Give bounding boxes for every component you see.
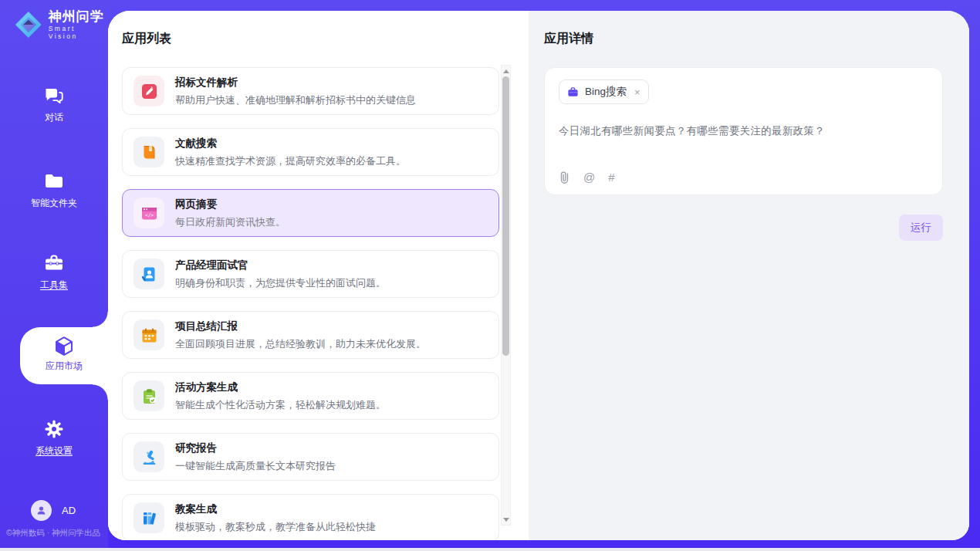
app-card-project-summary[interactable]: 项目总结汇报 全面回顾项目进展，总结经验教训，助力未来优化发展。: [122, 311, 499, 359]
composer-card: Bing搜索 × 今日湖北有哪些新闻要点？有哪些需要关注的最新政策？ @ #: [544, 67, 943, 195]
brand-tagline: Smart Vision: [49, 25, 108, 40]
sidebar-item-label: 系统设置: [0, 445, 108, 458]
sidebar-item-label: 智能文件夹: [0, 197, 108, 210]
app-card-research-report[interactable]: 研究报告 一键智能生成高质量长文本研究报告: [122, 433, 499, 481]
interviewer-icon: [133, 259, 164, 289]
avatar: [31, 500, 52, 521]
user-name: AD: [62, 505, 76, 516]
mention-icon[interactable]: @: [583, 171, 595, 183]
sidebar: 神州问学 Smart Vision 对话 智能文件夹 工具集: [0, 0, 108, 548]
copyright-footer: ©神州数码 · 神州问学出品: [6, 528, 108, 539]
app-card-title: 招标文件解析: [175, 76, 416, 90]
sidebar-item-smart-folder[interactable]: 智能文件夹: [0, 171, 108, 210]
app-card-desc: 帮助用户快速、准确地理解和解析招标书中的关键信息: [175, 93, 416, 107]
sidebar-item-toolset[interactable]: 工具集: [0, 252, 108, 292]
toolbox-icon: [43, 252, 65, 274]
app-card-desc: 一键智能生成高质量长文本研究报告: [175, 459, 336, 473]
svg-text:</>: </>: [144, 212, 153, 218]
app-logo: 神州问学 Smart Vision: [14, 10, 108, 40]
lesson-plan-icon: [133, 502, 164, 533]
sidebar-item-label: 工具集: [0, 279, 108, 292]
tool-chip-label: Bing搜索: [585, 85, 627, 99]
sidebar-item-label: 对话: [0, 111, 108, 124]
app-list-panel: 应用列表 招标文件解析 帮助用户快速、准确地理解和解析招标书中的关键信息: [108, 11, 529, 540]
person-icon: [35, 505, 47, 516]
cube-icon: [52, 335, 76, 358]
tool-chip-bing-search[interactable]: Bing搜索 ×: [559, 79, 649, 104]
scroll-up-icon[interactable]: [502, 66, 510, 76]
user-account[interactable]: AD: [31, 500, 76, 521]
app-card-desc: 全面回顾项目进展，总结经验教训，助力未来优化发展。: [175, 337, 426, 351]
sidebar-item-label: 应用市场: [20, 360, 108, 373]
main-content: 应用列表 招标文件解析 帮助用户快速、准确地理解和解析招标书中的关键信息: [108, 11, 969, 540]
event-plan-icon: [133, 380, 164, 411]
topic-icon[interactable]: #: [608, 171, 614, 183]
sidebar-item-app-market[interactable]: 应用市场: [20, 327, 108, 384]
app-card-title: 项目总结汇报: [175, 319, 426, 333]
brand-name: 神州问学: [49, 10, 108, 25]
logo-diamond-icon: [14, 10, 43, 39]
app-card-event-plan[interactable]: 活动方案生成 智能生成个性化活动方案，轻松解决规划难题。: [122, 372, 499, 420]
app-card-literature[interactable]: 文献搜索 快速精准查找学术资源，提高研究效率的必备工具。: [122, 128, 499, 176]
sidebar-item-settings[interactable]: 系统设置: [0, 418, 108, 458]
app-card-desc: 智能生成个性化活动方案，轻松解决规划难题。: [175, 398, 386, 412]
app-card-pm-interviewer[interactable]: 产品经理面试官 明确身份和职责，为您提供专业性的面试问题。: [122, 250, 499, 298]
app-card-desc: 每日政府新闻资讯快查。: [175, 215, 286, 229]
app-card-webpage-summary[interactable]: </> 网页摘要 每日政府新闻资讯快查。: [122, 189, 499, 237]
run-button[interactable]: 运行: [899, 215, 943, 241]
scrollbar-thumb[interactable]: [502, 76, 509, 356]
webpage-summary-icon: </>: [133, 198, 164, 228]
sidebar-item-chat[interactable]: 对话: [0, 85, 108, 124]
window-bottom-edge: [0, 548, 980, 551]
research-report-icon: [133, 441, 164, 472]
composer-toolbar: @ #: [559, 171, 928, 184]
attachment-icon[interactable]: [559, 171, 570, 184]
app-detail-panel: 应用详情 Bing搜索 × 今日湖北有哪些新闻要点？有哪些需要关注的最新政策？ …: [529, 11, 969, 540]
app-card-desc: 快速精准查找学术资源，提高研究效率的必备工具。: [175, 154, 406, 168]
app-card-title: 活动方案生成: [175, 380, 386, 394]
book-search-icon: [133, 137, 164, 167]
app-card-title: 研究报告: [175, 441, 336, 455]
gear-icon: [43, 418, 65, 440]
app-card-title: 网页摘要: [175, 198, 286, 211]
app-card-desc: 明确身份和职责，为您提供专业性的面试问题。: [175, 276, 386, 290]
app-list-scrollbar[interactable]: [501, 65, 511, 526]
app-detail-title: 应用详情: [544, 31, 943, 47]
query-input-text[interactable]: 今日湖北有哪些新闻要点？有哪些需要关注的最新政策？: [559, 124, 928, 138]
app-card-lesson-plan[interactable]: 教案生成 模板驱动，教案秒成，教学准备从此轻松快捷: [122, 494, 499, 540]
app-card-title: 教案生成: [175, 502, 376, 516]
project-report-icon: [133, 319, 164, 350]
scroll-down-icon[interactable]: [502, 515, 510, 524]
tender-doc-icon: [133, 76, 164, 106]
folder-icon: [43, 171, 65, 192]
app-card-list: 招标文件解析 帮助用户快速、准确地理解和解析招标书中的关键信息 文献搜索 快速精…: [122, 67, 499, 540]
app-card-title: 产品经理面试官: [175, 259, 386, 272]
app-card-desc: 模板驱动，教案秒成，教学准备从此轻松快捷: [175, 520, 376, 534]
briefcase-icon: [567, 86, 579, 98]
chat-icon: [43, 85, 65, 106]
chip-close-icon[interactable]: ×: [634, 86, 640, 98]
app-card-tender[interactable]: 招标文件解析 帮助用户快速、准确地理解和解析招标书中的关键信息: [122, 67, 499, 115]
app-card-title: 文献搜索: [175, 137, 406, 150]
app-list-title: 应用列表: [122, 31, 529, 47]
